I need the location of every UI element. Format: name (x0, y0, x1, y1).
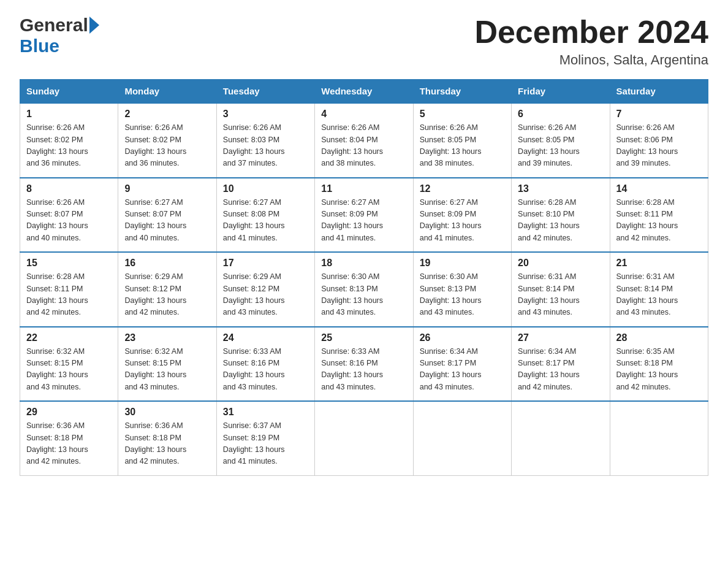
day-number: 25 (321, 332, 406, 343)
day-detail: Sunrise: 6:32 AMSunset: 8:15 PMDaylight:… (26, 346, 112, 394)
calendar-cell: 12 Sunrise: 6:27 AMSunset: 8:09 PMDaylig… (413, 178, 511, 253)
day-detail: Sunrise: 6:27 AMSunset: 8:07 PMDaylight:… (124, 197, 210, 245)
calendar-cell (610, 401, 708, 475)
calendar-cell: 2 Sunrise: 6:26 AMSunset: 8:02 PMDayligh… (118, 103, 216, 178)
calendar-cell: 5 Sunrise: 6:26 AMSunset: 8:05 PMDayligh… (413, 103, 511, 178)
day-number: 28 (616, 332, 702, 343)
day-number: 26 (420, 332, 505, 343)
svg-marker-0 (89, 17, 99, 34)
logo-arrow-icon (89, 17, 103, 34)
day-detail: Sunrise: 6:37 AMSunset: 8:19 PMDaylight:… (223, 420, 308, 468)
day-number: 18 (321, 258, 406, 269)
title-block: December 2024 Molinos, Salta, Argentina (474, 15, 708, 68)
calendar-table: Sunday Monday Tuesday Wednesday Thursday… (20, 79, 708, 476)
day-number: 4 (321, 109, 406, 120)
day-detail: Sunrise: 6:30 AMSunset: 8:13 PMDaylight:… (420, 271, 505, 319)
calendar-cell: 7 Sunrise: 6:26 AMSunset: 8:06 PMDayligh… (610, 103, 708, 178)
calendar-week-row: 22 Sunrise: 6:32 AMSunset: 8:15 PMDaylig… (20, 327, 708, 402)
day-number: 9 (124, 183, 210, 194)
weekday-header-row: Sunday Monday Tuesday Wednesday Thursday… (20, 80, 708, 104)
day-detail: Sunrise: 6:31 AMSunset: 8:14 PMDaylight:… (518, 271, 603, 319)
calendar-cell (512, 401, 610, 475)
day-detail: Sunrise: 6:26 AMSunset: 8:03 PMDaylight:… (223, 122, 308, 170)
day-number: 30 (124, 407, 210, 418)
calendar-cell: 19 Sunrise: 6:30 AMSunset: 8:13 PMDaylig… (413, 252, 511, 327)
header-tuesday: Tuesday (216, 80, 314, 104)
header-thursday: Thursday (413, 80, 511, 104)
day-number: 17 (223, 258, 308, 269)
calendar-cell: 20 Sunrise: 6:31 AMSunset: 8:14 PMDaylig… (512, 252, 610, 327)
calendar-cell: 16 Sunrise: 6:29 AMSunset: 8:12 PMDaylig… (118, 252, 216, 327)
day-number: 12 (420, 183, 505, 194)
calendar-cell: 23 Sunrise: 6:32 AMSunset: 8:15 PMDaylig… (118, 327, 216, 402)
day-number: 23 (124, 332, 210, 343)
day-number: 3 (223, 109, 308, 120)
calendar-cell: 1 Sunrise: 6:26 AMSunset: 8:02 PMDayligh… (20, 103, 118, 178)
day-detail: Sunrise: 6:34 AMSunset: 8:17 PMDaylight:… (420, 346, 505, 394)
day-detail: Sunrise: 6:28 AMSunset: 8:10 PMDaylight:… (518, 197, 603, 245)
calendar-cell: 10 Sunrise: 6:27 AMSunset: 8:08 PMDaylig… (216, 178, 314, 253)
day-number: 15 (26, 258, 112, 269)
day-detail: Sunrise: 6:26 AMSunset: 8:06 PMDaylight:… (616, 122, 702, 170)
page-header: General Blue December 2024 Molinos, Salt… (20, 15, 708, 68)
calendar-cell: 25 Sunrise: 6:33 AMSunset: 8:16 PMDaylig… (315, 327, 413, 402)
calendar-week-row: 1 Sunrise: 6:26 AMSunset: 8:02 PMDayligh… (20, 103, 708, 178)
day-number: 16 (124, 258, 210, 269)
day-number: 14 (616, 183, 702, 194)
logo-blue-text: Blue (20, 36, 59, 56)
day-detail: Sunrise: 6:34 AMSunset: 8:17 PMDaylight:… (518, 346, 603, 394)
day-detail: Sunrise: 6:28 AMSunset: 8:11 PMDaylight:… (26, 271, 112, 319)
calendar-cell: 21 Sunrise: 6:31 AMSunset: 8:14 PMDaylig… (610, 252, 708, 327)
day-number: 27 (518, 332, 603, 343)
day-number: 7 (616, 109, 702, 120)
day-number: 24 (223, 332, 308, 343)
day-detail: Sunrise: 6:33 AMSunset: 8:16 PMDaylight:… (321, 346, 406, 394)
day-number: 29 (26, 407, 112, 418)
day-detail: Sunrise: 6:26 AMSunset: 8:05 PMDaylight:… (518, 122, 603, 170)
calendar-cell: 28 Sunrise: 6:35 AMSunset: 8:18 PMDaylig… (610, 327, 708, 402)
calendar-cell: 24 Sunrise: 6:33 AMSunset: 8:16 PMDaylig… (216, 327, 314, 402)
header-sunday: Sunday (20, 80, 118, 104)
calendar-cell: 11 Sunrise: 6:27 AMSunset: 8:09 PMDaylig… (315, 178, 413, 253)
day-detail: Sunrise: 6:27 AMSunset: 8:09 PMDaylight:… (321, 197, 406, 245)
calendar-title: December 2024 (474, 15, 708, 50)
calendar-cell: 27 Sunrise: 6:34 AMSunset: 8:17 PMDaylig… (512, 327, 610, 402)
calendar-week-row: 15 Sunrise: 6:28 AMSunset: 8:11 PMDaylig… (20, 252, 708, 327)
day-number: 8 (26, 183, 112, 194)
calendar-cell: 31 Sunrise: 6:37 AMSunset: 8:19 PMDaylig… (216, 401, 314, 475)
day-number: 6 (518, 109, 603, 120)
header-monday: Monday (118, 80, 216, 104)
calendar-week-row: 8 Sunrise: 6:26 AMSunset: 8:07 PMDayligh… (20, 178, 708, 253)
header-friday: Friday (512, 80, 610, 104)
day-detail: Sunrise: 6:26 AMSunset: 8:02 PMDaylight:… (124, 122, 210, 170)
day-detail: Sunrise: 6:32 AMSunset: 8:15 PMDaylight:… (124, 346, 210, 394)
calendar-cell: 14 Sunrise: 6:28 AMSunset: 8:11 PMDaylig… (610, 178, 708, 253)
day-detail: Sunrise: 6:31 AMSunset: 8:14 PMDaylight:… (616, 271, 702, 319)
day-detail: Sunrise: 6:28 AMSunset: 8:11 PMDaylight:… (616, 197, 702, 245)
day-detail: Sunrise: 6:29 AMSunset: 8:12 PMDaylight:… (223, 271, 308, 319)
day-detail: Sunrise: 6:36 AMSunset: 8:18 PMDaylight:… (26, 420, 112, 468)
day-number: 13 (518, 183, 603, 194)
day-number: 31 (223, 407, 308, 418)
day-number: 2 (124, 109, 210, 120)
calendar-cell: 6 Sunrise: 6:26 AMSunset: 8:05 PMDayligh… (512, 103, 610, 178)
day-detail: Sunrise: 6:33 AMSunset: 8:16 PMDaylight:… (223, 346, 308, 394)
day-detail: Sunrise: 6:35 AMSunset: 8:18 PMDaylight:… (616, 346, 702, 394)
day-number: 11 (321, 183, 406, 194)
day-detail: Sunrise: 6:26 AMSunset: 8:07 PMDaylight:… (26, 197, 112, 245)
calendar-cell: 13 Sunrise: 6:28 AMSunset: 8:10 PMDaylig… (512, 178, 610, 253)
calendar-cell: 9 Sunrise: 6:27 AMSunset: 8:07 PMDayligh… (118, 178, 216, 253)
day-detail: Sunrise: 6:27 AMSunset: 8:09 PMDaylight:… (420, 197, 505, 245)
header-saturday: Saturday (610, 80, 708, 104)
day-number: 22 (26, 332, 112, 343)
calendar-cell: 15 Sunrise: 6:28 AMSunset: 8:11 PMDaylig… (20, 252, 118, 327)
day-detail: Sunrise: 6:36 AMSunset: 8:18 PMDaylight:… (124, 420, 210, 468)
calendar-cell (413, 401, 511, 475)
day-detail: Sunrise: 6:26 AMSunset: 8:02 PMDaylight:… (26, 122, 112, 170)
day-detail: Sunrise: 6:30 AMSunset: 8:13 PMDaylight:… (321, 271, 406, 319)
header-wednesday: Wednesday (315, 80, 413, 104)
logo: General Blue (20, 15, 103, 56)
calendar-cell: 18 Sunrise: 6:30 AMSunset: 8:13 PMDaylig… (315, 252, 413, 327)
calendar-cell: 3 Sunrise: 6:26 AMSunset: 8:03 PMDayligh… (216, 103, 314, 178)
calendar-cell: 17 Sunrise: 6:29 AMSunset: 8:12 PMDaylig… (216, 252, 314, 327)
